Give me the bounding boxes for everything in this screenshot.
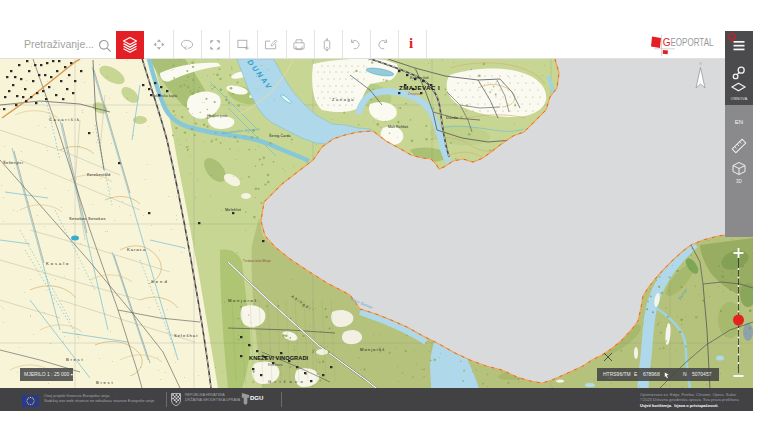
svg-text:Selešhat: Selešhat [174, 333, 198, 338]
svg-text:Hladovo grada: Hladovo grada [207, 114, 228, 118]
svg-text:Čavarišik: Čavarišik [49, 117, 81, 122]
svg-text:Dardo: Dardo [446, 115, 459, 120]
svg-text:EN: EN [735, 119, 743, 125]
svg-text:Brest: Brest [66, 357, 84, 362]
svg-text:Kneževo: Kneževo [268, 363, 283, 367]
svg-text:Tvrđava kula Mesje: Tvrđava kula Mesje [243, 259, 271, 263]
svg-text:Kosalo: Kosalo [46, 261, 70, 266]
svg-text:Šešerijtci: Šešerijtci [3, 160, 23, 165]
svg-text:G r i č a v o: G r i č a v o [268, 379, 304, 384]
svg-text:EOPORTAL: EOPORTAL [671, 37, 714, 48]
svg-text:OSNOVA: OSNOVA [731, 97, 748, 101]
svg-text:Monjoroš: Monjoroš [360, 347, 385, 352]
svg-text:Senokos Senokos: Senokos Senokos [69, 216, 106, 221]
svg-text:Send: Send [151, 279, 169, 284]
svg-text:u p r a v a z a š t i t e: u p r a v a z a š t i t e p r i r o d e [176, 59, 239, 60]
svg-text:Šereg-Čarda: Šereg-Čarda [269, 133, 291, 138]
svg-text:Karoca: Karoca [127, 247, 146, 252]
svg-text:S: S [699, 61, 702, 66]
svg-text:KNEŽEVI VINOGRADI: KNEŽEVI VINOGRADI [249, 354, 309, 361]
svg-text:3D: 3D [736, 179, 743, 184]
svg-text:Zmajevac: Zmajevac [408, 92, 422, 96]
svg-text:Brest: Brest [96, 380, 114, 385]
svg-text:Monjoroš: Monjoroš [228, 298, 258, 303]
svg-text:Mali Rehfait: Mali Rehfait [388, 125, 408, 129]
svg-text:ZMAJEVAC I: ZMAJEVAC I [399, 84, 440, 91]
svg-text:Kopan foš: Kopan foš [410, 76, 429, 80]
svg-text:Kerekestöld: Kerekestöld [87, 172, 110, 177]
svg-text:Šokanska kapla: Šokanska kapla [152, 93, 177, 98]
svg-text:Melehlot: Melehlot [225, 208, 242, 212]
svg-text:Zanoga: Zanoga [332, 97, 355, 102]
